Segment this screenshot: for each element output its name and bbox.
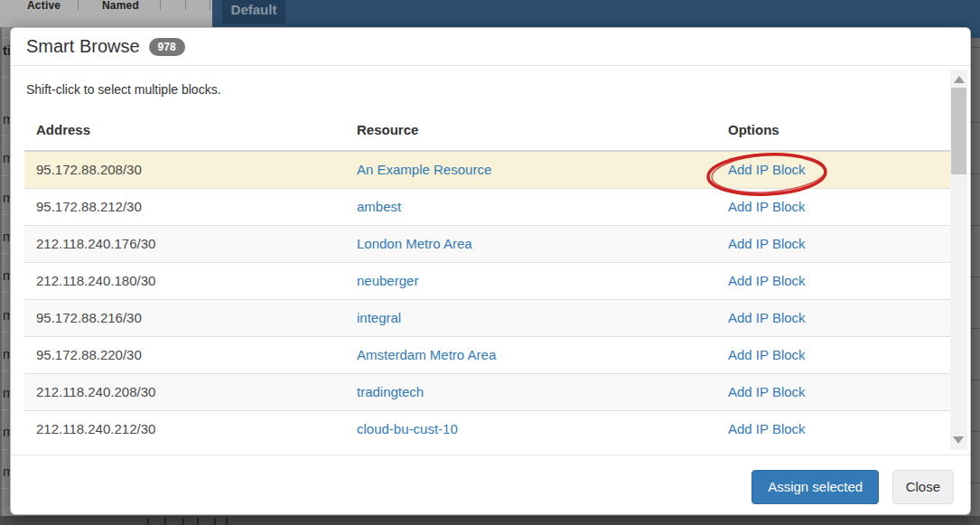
hint-text: Shift-click to select multiple blocks. bbox=[26, 82, 970, 97]
backdrop-text-fragment: m bbox=[3, 464, 10, 479]
backdrop-text-fragment: m bbox=[3, 346, 10, 361]
address-cell: 95.172.88.220/30 bbox=[24, 337, 345, 374]
scroll-thumb[interactable] bbox=[951, 88, 966, 174]
backdrop-left-strip: timmmmmmmmmm bbox=[0, 27, 10, 517]
address-cell: 95.172.88.216/30 bbox=[24, 300, 345, 337]
backdrop-table-border bbox=[197, 518, 199, 525]
address-cell: 95.172.88.208/30 bbox=[24, 151, 345, 189]
table-row[interactable]: 212.118.240.208/30tradingtechAdd IP Bloc… bbox=[24, 374, 952, 411]
backdrop-table-border bbox=[147, 518, 149, 525]
column-header-resource: Resource bbox=[345, 112, 716, 151]
backdrop-text-fragment: m bbox=[3, 307, 10, 323]
modal-body: Shift-click to select multiple blocks. A… bbox=[11, 66, 970, 455]
add-ip-block-link[interactable]: Add IP Block bbox=[728, 273, 806, 288]
backdrop-text-fragment: ti bbox=[3, 42, 10, 58]
backdrop-table-border bbox=[164, 518, 166, 525]
address-cell: 212.118.240.180/30 bbox=[24, 263, 345, 300]
backdrop-table-border bbox=[214, 518, 216, 525]
add-ip-block-link[interactable]: Add IP Block bbox=[728, 421, 806, 436]
address-cell: 95.172.88.212/30 bbox=[24, 189, 345, 226]
backdrop-text-fragment: m bbox=[3, 267, 10, 283]
backdrop-divider bbox=[210, 0, 210, 10]
address-cell: 212.118.240.212/30 bbox=[24, 411, 345, 448]
blocks-table: Address Resource Options 95.172.88.208/3… bbox=[24, 112, 952, 447]
table-row[interactable]: 95.172.88.216/30integralAdd IP Block bbox=[24, 300, 952, 337]
backdrop-text-fragment: m bbox=[3, 424, 10, 439]
address-cell: 212.118.240.208/30 bbox=[24, 374, 345, 411]
backdrop-divider bbox=[185, 0, 186, 10]
backdrop-text-fragment: m bbox=[3, 150, 10, 165]
column-header-address: Address bbox=[24, 112, 345, 151]
resource-link[interactable]: tradingtech bbox=[357, 384, 424, 399]
close-button[interactable]: Close bbox=[892, 470, 954, 504]
resource-link[interactable]: An Example Resource bbox=[357, 162, 491, 177]
scrollbar[interactable] bbox=[950, 70, 967, 450]
modal-header: Smart Browse 978 bbox=[11, 28, 970, 66]
add-ip-block-link[interactable]: Add IP Block bbox=[728, 236, 806, 251]
backdrop-divider bbox=[160, 0, 161, 10]
table-row[interactable]: 95.172.88.208/30An Example ResourceAdd I… bbox=[24, 151, 952, 189]
backdrop-navitem-default: Default bbox=[222, 0, 285, 23]
add-ip-block-link[interactable]: Add IP Block bbox=[728, 310, 806, 325]
backdrop-text-fragment: m bbox=[3, 190, 10, 205]
resource-link[interactable]: cloud-bu-cust-10 bbox=[357, 421, 458, 436]
backdrop-divider bbox=[78, 0, 79, 10]
resource-link[interactable]: integral bbox=[357, 310, 401, 325]
table-row[interactable]: 212.118.240.176/30London Metro AreaAdd I… bbox=[24, 226, 952, 263]
backdrop-tab-active: Active bbox=[27, 0, 79, 10]
add-ip-block-link[interactable]: Add IP Block bbox=[728, 199, 806, 214]
resource-link[interactable]: Amsterdam Metro Area bbox=[357, 347, 496, 362]
backdrop-text-fragment: m bbox=[3, 229, 10, 244]
add-ip-block-link[interactable]: Add IP Block bbox=[728, 347, 806, 362]
backdrop-right-strip bbox=[970, 38, 980, 525]
table-body: 95.172.88.208/30An Example ResourceAdd I… bbox=[24, 151, 952, 447]
resource-link[interactable]: London Metro Area bbox=[357, 236, 472, 251]
backdrop-table-border bbox=[226, 518, 228, 525]
backdrop-text-fragment: m bbox=[3, 111, 10, 127]
count-badge: 978 bbox=[149, 38, 185, 56]
scroll-down-icon[interactable] bbox=[953, 436, 964, 444]
smart-browse-modal: Smart Browse 978 Shift-click to select m… bbox=[10, 27, 971, 515]
modal-footer: Assign selected Close bbox=[11, 455, 970, 515]
add-ip-block-link[interactable]: Add IP Block bbox=[728, 384, 806, 399]
backdrop-tabbar: Active Named bbox=[0, 0, 212, 27]
assign-selected-button[interactable]: Assign selected bbox=[751, 470, 879, 504]
table-header-row: Address Resource Options bbox=[24, 112, 952, 151]
resource-link[interactable]: ambest bbox=[357, 199, 401, 214]
column-header-options: Options bbox=[716, 112, 952, 151]
table-row[interactable]: 212.118.240.180/30neubergerAdd IP Block bbox=[24, 263, 952, 300]
backdrop-text-fragment: m bbox=[3, 385, 10, 400]
address-cell: 212.118.240.176/30 bbox=[24, 226, 345, 263]
backdrop-bottom-strip bbox=[0, 516, 980, 525]
resource-link[interactable]: neuberger bbox=[357, 273, 418, 288]
add-ip-block-link[interactable]: Add IP Block bbox=[728, 162, 806, 177]
table-row[interactable]: 95.172.88.212/30ambestAdd IP Block bbox=[24, 189, 952, 226]
table-row[interactable]: 212.118.240.212/30cloud-bu-cust-10Add IP… bbox=[24, 411, 952, 448]
scroll-up-icon[interactable] bbox=[954, 76, 965, 83]
modal-title: Smart Browse bbox=[26, 36, 140, 57]
table-row[interactable]: 95.172.88.220/30Amsterdam Metro AreaAdd … bbox=[24, 337, 952, 374]
backdrop-table-border bbox=[182, 518, 184, 525]
backdrop-tab-named: Named bbox=[102, 0, 156, 10]
